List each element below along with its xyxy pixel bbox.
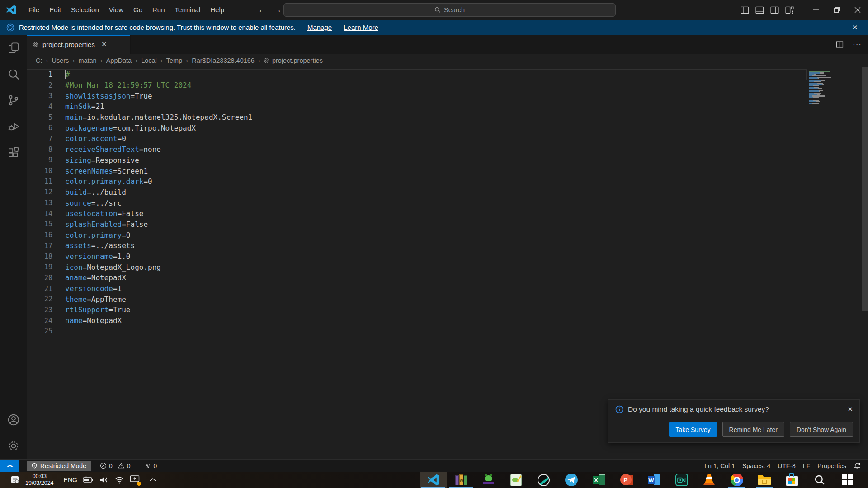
run-debug-icon[interactable] <box>0 113 27 140</box>
breadcrumb-item[interactable]: AppData <box>105 57 132 64</box>
eol-status[interactable]: LF <box>799 460 814 472</box>
code-line-1[interactable]: 1# <box>27 69 807 80</box>
code-line-11[interactable]: 11color.primary.dark=0 <box>27 176 807 187</box>
editor-scrollbar[interactable] <box>862 67 868 311</box>
notifications-bell-icon[interactable] <box>850 460 864 472</box>
clock[interactable]: 00:03 19/03/2024 <box>25 473 54 487</box>
menu-run[interactable]: Run <box>147 3 170 17</box>
taskbar-telegram-icon[interactable] <box>557 472 585 488</box>
breadcrumb-file[interactable]: project.properties <box>263 57 323 64</box>
menu-file[interactable]: File <box>24 3 44 17</box>
taskbar-chrome-icon[interactable] <box>723 472 750 488</box>
editor-more-actions-icon[interactable]: ··· <box>853 40 862 49</box>
menu-view[interactable]: View <box>104 3 128 17</box>
code-line-12[interactable]: 12build=../build <box>27 187 807 198</box>
volume-icon[interactable] <box>99 476 109 484</box>
extensions-icon[interactable] <box>0 140 27 166</box>
language-mode-status[interactable]: Properties <box>814 460 850 472</box>
menu-terminal[interactable]: Terminal <box>170 3 206 17</box>
breadcrumb-item[interactable]: matan <box>77 57 97 64</box>
taskbar-winrar-icon[interactable]: W <box>447 472 475 488</box>
taskbar-vlc-icon[interactable] <box>695 472 723 488</box>
breadcrumb-item[interactable]: Rar$DIa23328.40166 <box>191 57 255 64</box>
breadcrumb-item[interactable]: Local <box>140 57 158 64</box>
code-line-19[interactable]: 19icon=NotepadX_Logo.png <box>27 262 807 272</box>
code-line-8[interactable]: 8receiveSharedText=none <box>27 144 807 155</box>
back-arrow-icon[interactable]: ← <box>255 5 270 15</box>
menu-go[interactable]: Go <box>128 3 147 17</box>
code-line-14[interactable]: 14useslocation=False <box>27 208 807 219</box>
breadcrumb-item[interactable]: C: <box>35 57 43 64</box>
code-line-21[interactable]: 21versioncode=1 <box>27 283 807 294</box>
battery-icon[interactable] <box>83 476 94 483</box>
tab-project-properties[interactable]: project.properties ✕ <box>27 35 131 54</box>
banner-close-icon[interactable]: ✕ <box>848 20 862 35</box>
code-line-2[interactable]: 2#Mon Mar 18 21:59:57 UTC 2024 <box>27 80 807 91</box>
source-control-icon[interactable] <box>0 87 27 113</box>
code-line-24[interactable]: 24name=NotepadX <box>27 315 807 326</box>
taskbar-store-icon[interactable] <box>778 472 806 488</box>
indentation-status[interactable]: Spaces: 4 <box>739 460 774 472</box>
manage-link[interactable]: Manage <box>307 23 332 31</box>
code-line-5[interactable]: 5main=io.kodular.matanel325.NotepadX.Scr… <box>27 112 807 123</box>
taskbar-word-icon[interactable]: W <box>640 472 668 488</box>
code-line-6[interactable]: 6packagename=com.Tirpo.NotepadX <box>27 122 807 133</box>
code-line-16[interactable]: 16color.primary=0 <box>27 230 807 240</box>
accounts-icon[interactable] <box>0 407 27 433</box>
breadcrumb-item[interactable]: Users <box>51 57 70 64</box>
learn-more-link[interactable]: Learn More <box>344 23 378 31</box>
taskbar-movavi-icon[interactable] <box>668 472 695 488</box>
code-line-15[interactable]: 15splashEnabled=False <box>27 219 807 230</box>
taskbar-notepadpp-icon[interactable] <box>502 472 530 488</box>
code-line-20[interactable]: 20aname=NotepadX <box>27 272 807 283</box>
code-line-25[interactable]: 25 <box>27 326 807 337</box>
remote-indicator[interactable]: >< <box>0 460 19 472</box>
minimap[interactable] <box>809 70 841 106</box>
menu-help[interactable]: Help <box>205 3 229 17</box>
dont-show-again-button[interactable]: Don't Show Again <box>790 422 853 437</box>
toast-close-icon[interactable]: ✕ <box>847 405 853 413</box>
code-line-9[interactable]: 9sizing=Responsive <box>27 155 807 166</box>
taskbar-explorer-icon[interactable] <box>750 472 778 488</box>
toggle-panel-icon[interactable] <box>755 6 764 14</box>
tray-chevron-up-icon[interactable] <box>149 477 157 483</box>
problems-status[interactable]: 0 0 <box>96 460 134 472</box>
code-line-4[interactable]: 4minSdk=21 <box>27 101 807 112</box>
forward-arrow-icon[interactable]: → <box>270 5 285 15</box>
toggle-secondary-sidebar-icon[interactable] <box>770 6 779 14</box>
breadcrumb-item[interactable]: Temp <box>165 57 183 64</box>
explorer-icon[interactable] <box>0 35 27 61</box>
taskbar-vscode-icon[interactable] <box>420 472 447 488</box>
screen-share-tray-icon[interactable] <box>130 475 140 485</box>
code-line-10[interactable]: 10screenNames=Screen1 <box>27 165 807 176</box>
restore-button[interactable] <box>826 0 847 20</box>
tab-close-icon[interactable]: ✕ <box>101 40 107 48</box>
close-window-button[interactable] <box>847 0 868 20</box>
ports-status[interactable]: 0 <box>141 460 161 472</box>
code-line-23[interactable]: 23rtlSupport=True <box>27 305 807 315</box>
wifi-icon[interactable] <box>114 476 124 484</box>
search-view-icon[interactable] <box>0 61 27 87</box>
menu-edit[interactable]: Edit <box>44 3 66 17</box>
take-survey-button[interactable]: Take Survey <box>669 422 717 437</box>
taskbar-excel-icon[interactable]: X <box>585 472 613 488</box>
restricted-mode-status[interactable]: Restricted Mode <box>27 461 91 471</box>
taskbar-powerpoint-icon[interactable]: P <box>613 472 640 488</box>
toggle-primary-sidebar-icon[interactable] <box>741 6 749 14</box>
taskbar-search-icon[interactable] <box>806 472 833 488</box>
code-line-17[interactable]: 17assets=../assets <box>27 240 807 251</box>
code-line-22[interactable]: 22theme=AppTheme <box>27 294 807 305</box>
minimize-button[interactable] <box>806 0 826 20</box>
taskbar-start-icon[interactable] <box>833 472 861 488</box>
command-center-search[interactable]: Search <box>283 3 616 17</box>
settings-gear-icon[interactable] <box>0 433 27 459</box>
language-indicator[interactable]: ENG <box>64 476 77 483</box>
split-editor-icon[interactable] <box>836 41 844 48</box>
customize-layout-icon[interactable] <box>785 6 794 14</box>
code-line-7[interactable]: 7color.accent=0 <box>27 133 807 144</box>
code-line-3[interactable]: 3showlistsasjson=True <box>27 90 807 101</box>
code-line-13[interactable]: 13source=../src <box>27 197 807 208</box>
code-line-18[interactable]: 18versionname=1.0 <box>27 251 807 262</box>
menu-selection[interactable]: Selection <box>66 3 104 17</box>
remind-me-later-button[interactable]: Remind Me Later <box>722 422 784 437</box>
